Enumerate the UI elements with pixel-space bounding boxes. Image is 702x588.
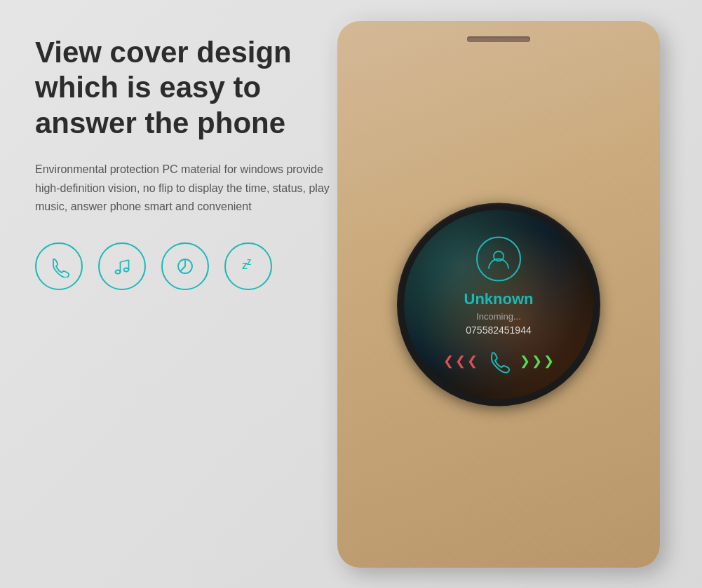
avatar-svg [486, 246, 511, 271]
decline-arrows: ❮ ❮ ❮ [443, 353, 478, 368]
music-feature-icon [98, 242, 146, 290]
accept-arrow-2: ❯ [532, 353, 542, 368]
accept-arrow-3: ❯ [544, 353, 554, 368]
text-section: View cover design which is easy to answe… [35, 35, 337, 290]
accept-arrow-1: ❯ [520, 353, 530, 368]
phone-case-wrapper: Unknown Incoming... 075582451944 ❮ ❮ ❮ [337, 21, 660, 568]
time-feature-icon [161, 242, 209, 290]
incoming-status: Incoming... [476, 310, 521, 321]
circle-outer-ring: Unknown Incoming... 075582451944 ❮ ❮ ❮ [397, 203, 600, 406]
sleep-feature-icon: Z Z [224, 242, 272, 290]
clock-svg [174, 255, 196, 278]
phone-case: Unknown Incoming... 075582451944 ❮ ❮ ❮ [337, 21, 660, 568]
svg-point-1 [124, 268, 129, 272]
icons-row: Z Z [35, 242, 337, 290]
decline-arrow-2: ❮ [455, 353, 466, 368]
call-actions: ❮ ❮ ❮ ❯ ❯ ❯ [443, 348, 554, 373]
caller-number: 075582451944 [466, 324, 531, 335]
accept-arrows: ❯ ❯ ❯ [520, 353, 554, 368]
svg-text:Z: Z [247, 259, 251, 266]
svg-line-4 [121, 260, 129, 262]
caller-avatar [476, 236, 521, 281]
headline: View cover design which is easy to answe… [35, 35, 337, 141]
caller-name: Unknown [464, 289, 534, 308]
phone-svg [48, 255, 70, 278]
sleep-svg: Z Z [237, 255, 259, 278]
music-svg [111, 255, 133, 278]
circle-window: Unknown Incoming... 075582451944 ❮ ❮ ❮ [397, 203, 600, 406]
main-container: View cover design which is easy to answe… [0, 0, 702, 588]
phone-feature-icon [35, 242, 83, 290]
speaker-grill [467, 36, 530, 42]
decline-arrow-1: ❮ [443, 353, 454, 368]
call-phone-icon [486, 348, 511, 373]
circle-inner-display: Unknown Incoming... 075582451944 ❮ ❮ ❮ [404, 210, 593, 399]
description: Environmental protection PC material for… [35, 160, 337, 216]
svg-point-0 [116, 271, 121, 274]
decline-arrow-3: ❮ [467, 353, 478, 368]
